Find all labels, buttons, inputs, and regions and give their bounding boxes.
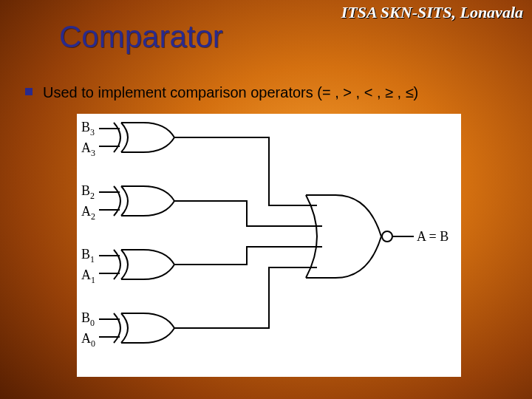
input-label-b2: B2 (81, 183, 95, 202)
comparator-circuit-diagram: B3 A3 B2 A2 B1 A1 B0 A0 A = B (77, 114, 461, 377)
input-label-a2: A2 (81, 204, 95, 222)
xor-gate-0 (114, 123, 174, 152)
input-label-a1: A1 (81, 267, 95, 286)
institution-header: ITSA SKN-SITS, Lonavala (341, 3, 523, 22)
svg-point-8 (382, 231, 392, 242)
page-title: Comparator (59, 19, 223, 55)
xor-gate-1 (114, 186, 174, 216)
bullet-item: Used to implement comparison operators (… (25, 83, 514, 102)
input-label-a3: A3 (81, 140, 95, 159)
output-label: A = B (417, 229, 449, 245)
xor-gate-3 (114, 313, 174, 343)
circuit-svg (77, 114, 461, 377)
content-body: Used to implement comparison operators (… (25, 83, 514, 102)
bullet-square-icon (25, 88, 33, 95)
nor-gate (306, 195, 392, 278)
input-label-b0: B0 (81, 310, 95, 329)
input-label-b1: B1 (81, 247, 95, 265)
bullet-text: Used to implement comparison operators (… (43, 83, 418, 102)
input-label-a0: A0 (81, 331, 95, 349)
xor-gate-2 (114, 250, 174, 279)
input-label-b3: B3 (81, 120, 95, 138)
